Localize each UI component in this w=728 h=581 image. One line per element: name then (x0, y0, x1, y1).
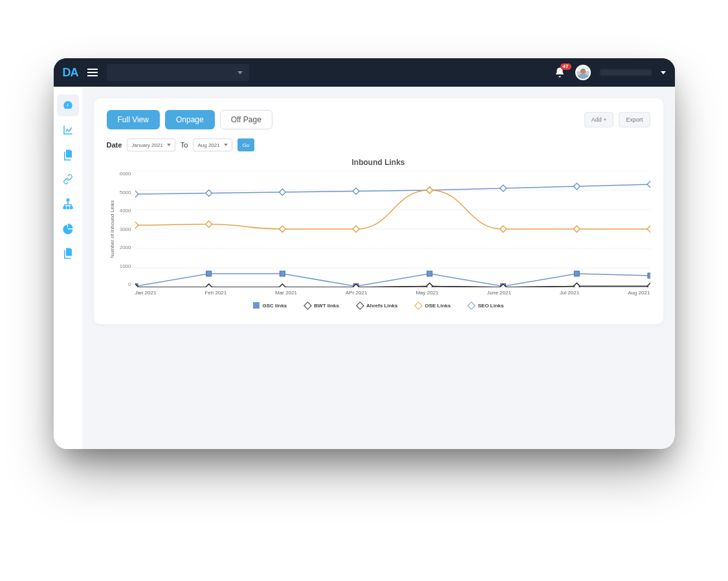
notification-badge: 47 (560, 63, 571, 70)
notifications-button[interactable]: 47 (553, 66, 566, 79)
svg-rect-19 (135, 222, 138, 228)
svg-rect-34 (648, 273, 650, 278)
svg-rect-21 (279, 226, 285, 232)
svg-rect-22 (353, 226, 359, 232)
svg-rect-33 (574, 271, 579, 276)
sidebar-item-files[interactable] (57, 242, 79, 264)
svg-rect-3 (70, 207, 72, 209)
main-area: Full View Onpage Off Page Add + Export D… (82, 87, 675, 449)
x-axis-ticks: Jan 2021Feb 2021Mar 2021APr 2021May 2021… (107, 287, 650, 296)
documents-icon (62, 149, 74, 160)
svg-rect-28 (206, 271, 211, 276)
gauge-icon (62, 100, 74, 111)
svg-rect-24 (500, 226, 506, 232)
chart-title: Inbound Links (107, 158, 650, 167)
svg-rect-25 (573, 226, 580, 232)
export-button[interactable]: Export (619, 112, 650, 127)
sitemap-icon (62, 198, 74, 210)
pie-chart-icon (62, 223, 74, 234)
legend-item[interactable]: GSC links (253, 302, 287, 309)
svg-rect-20 (205, 221, 212, 228)
chevron-down-icon (167, 144, 171, 146)
svg-rect-49 (573, 283, 580, 287)
sidebar-item-links[interactable] (57, 168, 79, 190)
sidebar-item-reports[interactable] (57, 144, 79, 166)
y-axis-ticks: 6000500040003000200010000 (117, 171, 135, 287)
svg-rect-29 (280, 271, 285, 276)
sidebar (54, 87, 82, 449)
tab-offpage[interactable]: Off Page (220, 110, 272, 129)
app-window: DA 47 (54, 58, 675, 449)
svg-rect-12 (205, 190, 212, 197)
legend-item[interactable]: Ahrefs Links (357, 302, 397, 309)
chevron-down-icon (224, 144, 228, 146)
svg-rect-2 (67, 207, 69, 209)
date-to-label: To (181, 141, 188, 149)
legend-item[interactable]: OSE Links (415, 302, 450, 309)
date-filter-row: Date January 2021 To Aug 2021 Go (107, 138, 650, 151)
sidebar-item-dashboard[interactable] (57, 94, 79, 116)
avatar[interactable] (575, 65, 591, 80)
add-button[interactable]: Add + (584, 112, 614, 127)
svg-rect-14 (353, 188, 359, 195)
app-body: Full View Onpage Off Page Add + Export D… (54, 87, 675, 449)
topbar: DA 47 (54, 58, 675, 87)
svg-rect-50 (647, 283, 650, 287)
go-button[interactable]: Go (237, 138, 255, 151)
svg-rect-1 (63, 207, 65, 209)
date-label: Date (107, 141, 122, 149)
tab-full-view[interactable]: Full View (107, 110, 160, 129)
documents-icon (62, 247, 74, 259)
date-from-value: January 2021 (131, 142, 162, 148)
y-axis-label: Number of Inbound Links (107, 171, 117, 287)
chevron-down-icon[interactable] (661, 71, 666, 74)
svg-rect-26 (647, 226, 650, 232)
tabs-row: Full View Onpage Off Page Add + Export (107, 110, 650, 129)
chart-plot-area (135, 171, 650, 287)
svg-rect-44 (205, 284, 212, 287)
sidebar-item-sitemap[interactable] (57, 193, 79, 215)
date-to-value: Aug 2021 (197, 142, 219, 148)
chart-legend: GSC linksBWT linksAhrefs LinksOSE LinksS… (107, 302, 650, 309)
chevron-down-icon (237, 71, 243, 74)
chart: Number of Inbound Links 6000500040003000… (107, 171, 650, 287)
link-icon (62, 173, 74, 185)
svg-rect-31 (426, 271, 432, 276)
tab-onpage[interactable]: Onpage (165, 110, 215, 129)
inbound-links-card: Full View Onpage Off Page Add + Export D… (94, 98, 663, 324)
sidebar-item-analytics[interactable] (57, 119, 79, 141)
line-chart-icon (62, 124, 74, 136)
svg-rect-47 (426, 283, 432, 287)
sidebar-item-breakdown[interactable] (57, 217, 79, 239)
legend-item[interactable]: SEO Links (469, 302, 503, 309)
svg-rect-11 (135, 191, 138, 197)
svg-rect-0 (67, 199, 69, 201)
svg-rect-17 (573, 183, 580, 190)
legend-item[interactable]: BWT links (305, 302, 339, 309)
brand-logo: DA (63, 66, 78, 80)
workspace-select[interactable] (107, 64, 249, 81)
svg-rect-18 (647, 181, 650, 188)
date-from-select[interactable]: January 2021 (127, 138, 175, 151)
username-label (600, 69, 652, 76)
svg-rect-45 (279, 284, 285, 287)
menu-toggle-icon[interactable] (87, 69, 98, 76)
date-to-select[interactable]: Aug 2021 (193, 138, 232, 151)
svg-rect-23 (426, 187, 432, 193)
